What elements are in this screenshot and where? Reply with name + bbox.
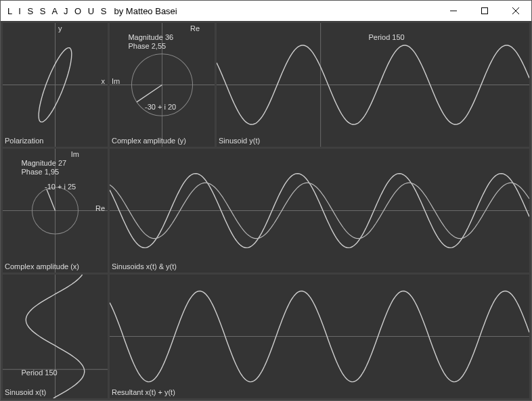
phase-label: Phase 1,95 <box>5 159 59 185</box>
panel-title: Polarization <box>5 137 43 145</box>
panel-sinusoids-xy[interactable]: Sinusoids x(t) & y(t) <box>110 149 529 273</box>
panel-complex-amplitude-y[interactable]: Magnitude 36 Phase 2,55 Re Im -30 + i 20… <box>110 23 215 147</box>
titlebar: L I S S A J O U S by Matteo Basei <box>1 1 531 21</box>
content-area: y x Polarization Magnitude 36 Phase 2,55… <box>1 21 531 400</box>
close-icon <box>512 7 519 14</box>
axis-re-label: Re <box>95 204 105 213</box>
axis-y-label: y <box>58 24 62 33</box>
polarization-plot <box>3 23 108 147</box>
panel-title: Resultant x(t) + y(t) <box>112 388 175 397</box>
resultant-plot <box>110 275 529 398</box>
panel-title: Complex amplitude (y) <box>112 137 186 145</box>
axis-im-label: Im <box>112 77 120 86</box>
panel-sinusoid-y[interactable]: Period 150 Sinusoid y(t) <box>217 23 529 147</box>
app-author: by Matteo Basei <box>114 6 177 16</box>
svg-line-15 <box>47 189 56 211</box>
minimize-icon <box>450 7 457 14</box>
app-title: L I S S A J O U S <box>7 6 109 16</box>
axis-x-label: x <box>102 77 106 86</box>
close-button[interactable] <box>500 1 531 21</box>
sinusoids-xy-plot <box>110 149 529 273</box>
axis-im-label: Im <box>71 150 79 159</box>
panel-title: Complex amplitude (x) <box>5 262 79 271</box>
app-window: L I S S A J O U S by Matteo Basei y x Po… <box>0 0 532 401</box>
svg-line-9 <box>137 85 162 102</box>
panel-title: Sinusoid y(t) <box>219 137 260 145</box>
panel-title: Sinusoid x(t) <box>5 388 46 397</box>
period-label: Period 150 <box>5 360 58 386</box>
minimize-button[interactable] <box>438 1 469 21</box>
panel-polarization[interactable]: y x Polarization <box>3 23 108 147</box>
panel-title: Sinusoids x(t) & y(t) <box>112 262 177 271</box>
panel-resultant[interactable]: Resultant x(t) + y(t) <box>110 275 529 398</box>
svg-rect-1 <box>482 8 488 14</box>
panel-complex-amplitude-x[interactable]: Magnitude 27 Phase 1,95 Im Re -10 + i 25… <box>3 149 108 273</box>
complex-value: -30 + i 20 <box>145 103 176 112</box>
maximize-button[interactable] <box>469 1 500 21</box>
panel-sinusoid-x[interactable]: Period 150 Sinusoid x(t) <box>3 275 108 398</box>
period-label: Period 150 <box>352 24 405 51</box>
phase-label: Phase 2,55 <box>112 33 166 60</box>
axis-re-label: Re <box>190 24 200 33</box>
complex-value: -10 + i 25 <box>45 183 76 191</box>
maximize-icon <box>481 7 488 14</box>
